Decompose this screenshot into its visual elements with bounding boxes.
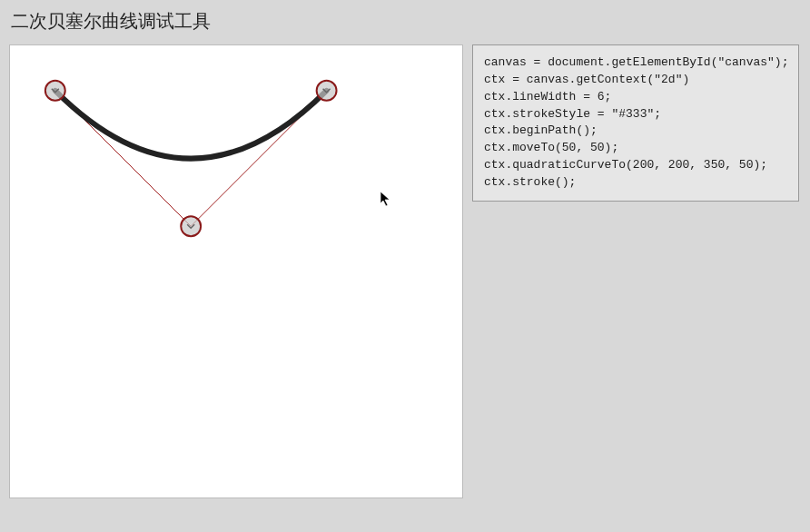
code-line: canvas = document.getElementById("canvas…: [484, 55, 788, 69]
code-line: ctx.strokeStyle = "#333";: [484, 107, 661, 121]
control-point-handle[interactable]: [181, 216, 201, 236]
svg-point-2: [317, 81, 337, 101]
code-line: ctx.quadraticCurveTo(200, 200, 350, 50);: [484, 158, 767, 172]
svg-point-1: [45, 81, 65, 101]
end-point-handle[interactable]: [317, 81, 337, 101]
code-line: ctx.stroke();: [484, 175, 576, 189]
curve-canvas[interactable]: [10, 45, 462, 498]
code-line: ctx = canvas.getContext("2d"): [484, 73, 689, 86]
code-panel: canvas = document.getElementById("canvas…: [472, 44, 799, 202]
bezier-curve: [55, 91, 327, 159]
svg-point-0: [181, 216, 201, 236]
code-line: ctx.beginPath();: [484, 123, 598, 137]
start-point-handle[interactable]: [45, 81, 65, 101]
canvas-area[interactable]: [9, 44, 463, 498]
code-line: ctx.lineWidth = 6;: [484, 90, 611, 103]
code-line: ctx.moveTo(50, 50);: [484, 141, 618, 154]
page-title: 二次贝塞尔曲线调试工具: [11, 9, 801, 34]
main-container: canvas = document.getElementById("canvas…: [9, 44, 801, 498]
